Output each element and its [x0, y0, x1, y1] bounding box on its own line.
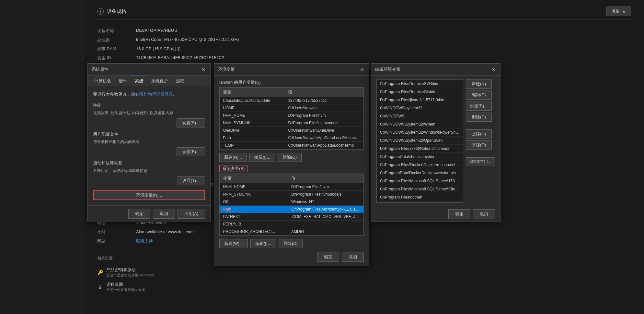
table-row[interactable]: NVM_SYMLINKD:\Program Files\nvm\nodejs — [220, 119, 363, 127]
sys-col-val: 值 — [288, 174, 363, 183]
tab-sys-protection[interactable]: 系统保护 — [147, 76, 172, 86]
env-ok-btn[interactable]: 确定 — [317, 252, 339, 262]
title-row: ℹ 设备规格 — [97, 8, 126, 15]
table-row[interactable]: NVM_HOMED:\Program Files\nvm — [220, 112, 363, 119]
env-vars-btn[interactable]: 环境变量(N)... — [93, 190, 205, 200]
sys-section-title: 系统变量(S) — [219, 165, 247, 172]
sys-props-note: 要进行大多数更改，你必须作为管理员登录。 — [93, 91, 205, 97]
edit-env-titlebar: 编辑环境变量 ✕ — [371, 64, 500, 76]
list-item[interactable]: C:\ProgramData\chocolatey\bin — [377, 153, 463, 161]
table-row[interactable]: PERL5LIB — [220, 221, 364, 228]
user-env-table: 变量 值 ChocolateyLastPathUpdate13249572177… — [220, 88, 363, 149]
list-item[interactable]: C:\WINDOWS\System32\OpenSSH\ — [377, 137, 463, 145]
profile-settings-btn[interactable]: 设置(E)... — [177, 147, 205, 156]
user-new-btn[interactable]: 新建(N)... — [219, 153, 247, 162]
sys-props-body: 要进行大多数更改，你必须作为管理员登录。 性能 视觉效果, 处理器计划, 内存使… — [88, 86, 210, 205]
tab-hardware[interactable]: 硬件 — [115, 76, 131, 86]
edit-edit-text-btn[interactable]: 编辑文本(T)... — [466, 157, 495, 165]
list-item[interactable]: C:\Program Files\Microsoft SQL Server\Cl… — [377, 185, 463, 193]
list-item[interactable]: D:\Windows Kits\10\Windows Performance T… — [377, 201, 463, 203]
sys-delete-btn[interactable]: 删除(D) — [279, 239, 303, 248]
table-row[interactable]: PathC:\Program Files\Microsoft\jdk-11.0.… — [220, 206, 364, 213]
copy-button[interactable]: 复制 ∧ — [606, 6, 631, 16]
list-item[interactable]: C:\ProgramData\DockerDesktop\version-bin — [377, 169, 463, 177]
startup-settings-btn[interactable]: 设置(T)... — [177, 176, 205, 185]
table-row[interactable]: OneDriveC:\Users\lanwah\OneDrive — [220, 127, 363, 134]
edit-delete-btn[interactable]: 删除(D) — [466, 113, 492, 122]
table-row[interactable]: PathC:\Users\lanwah\AppData\Local\Micros… — [220, 134, 363, 142]
edit-env-ok-btn[interactable]: 确定 — [448, 209, 470, 219]
table-row[interactable]: OSWindows_NT — [220, 198, 364, 206]
startup-desc: 系统启动、系统故障和调试信息 — [93, 168, 205, 174]
user-section-title: lanwah 的用户变量(U) — [219, 79, 364, 85]
perf-settings-btn[interactable]: 设置(S)... — [177, 118, 205, 127]
user-env-btn-row: 新建(N)... 编辑(I)... 删除(D) — [219, 153, 364, 162]
subsection-profile: 用户配置文件 与登录帐户相关的桌面设置 设置(E)... — [93, 131, 205, 145]
list-item[interactable]: C:\WINDOWS\System32\Wbem — [377, 120, 463, 128]
sys-props-close-btn[interactable]: ✕ — [200, 66, 206, 73]
edit-new-btn[interactable]: 新建(N) — [466, 79, 492, 89]
setting-item-remote-desktop[interactable]: 🖥 远程桌面 从另一台设备控制此设备 — [97, 280, 631, 294]
list-item[interactable]: C:\WINDOWS\system32 — [377, 104, 463, 112]
setting-item-product-key[interactable]: 🔑 产品密钥和激活 更改产品密钥或升级 Windows — [97, 265, 631, 280]
edit-browse-btn[interactable]: 浏览(B)... — [466, 102, 492, 111]
edit-env-dialog: 编辑环境变量 ✕ C:\Program Files\TortoiseSVN\bi… — [371, 63, 500, 222]
sys-edit-btn[interactable]: 编辑(I)... — [250, 239, 276, 248]
sys-props-dialog: 系统属性 ✕ 计算机名 硬件 高级 系统保护 远程 要进行大多数更改，你必须作为… — [87, 63, 211, 222]
edit-edit-btn[interactable]: 编辑(E) — [466, 91, 492, 100]
main-page: ℹ 设备规格 复制 ∧ 设备名称 DESKTOP-A97RBU J 处理器 In… — [0, 0, 644, 314]
list-item[interactable]: D:\Program Files\jkvm-8.1.5717.0\bin — [377, 96, 463, 104]
device-specs-title: 设备规格 — [107, 8, 126, 15]
env-body: lanwah 的用户变量(U) 变量 值 ChocolateyLastPathU… — [214, 76, 369, 266]
user-col-var: 变量 — [220, 88, 285, 97]
list-item[interactable]: D:\Program Files (x86)\Rational\common — [377, 145, 463, 153]
table-row[interactable]: TEMPC:\Users\lanwah\AppData\Local\Temp — [220, 142, 363, 149]
spec-row-processor: 处理器 Intel(R) Core(TM) i7-8750H CPU @ 2.2… — [97, 35, 631, 44]
sys-props-ok-btn[interactable]: 确定 — [128, 209, 150, 219]
table-row[interactable]: NVM_HOMED:\Program Files\nvm — [220, 183, 364, 191]
sidebar — [0, 0, 84, 314]
tab-computer-name[interactable]: 计算机名 — [90, 76, 115, 86]
list-item[interactable]: C:\Program Files\TortoiseSVN\bin — [377, 80, 463, 88]
user-edit-btn[interactable]: 编辑(I)... — [249, 153, 275, 162]
link-admin[interactable]: 必须作为管理员登录 — [135, 92, 173, 97]
table-row[interactable]: PROCESSOR_ARCHITECT...AMD64 — [220, 228, 364, 235]
user-table-container: 变量 值 ChocolateyLastPathUpdate13249572177… — [219, 87, 364, 150]
edit-env-close-btn[interactable]: ✕ — [490, 66, 496, 73]
tab-remote[interactable]: 远程 — [172, 76, 188, 86]
spec-row-ram: 机带 RAM 16.0 GB (15.9 GB 可用) — [97, 44, 631, 54]
sys-props-apply-btn[interactable]: 应用(A) — [178, 209, 205, 219]
subsection-perf: 性能 视觉效果, 处理器计划, 内存使用, 以及虚拟内存 设置(S)... — [93, 103, 205, 116]
sys-env-table: 变量 值 NVM_HOMED:\Program Files\nvmNVM_SYM… — [220, 174, 363, 235]
edit-move-down-btn[interactable]: 下移(O) — [466, 140, 492, 150]
tab-advanced[interactable]: 高级 — [131, 76, 147, 86]
edit-env-list[interactable]: C:\Program Files\TortoiseSVN\binC:\Progr… — [376, 79, 463, 203]
env-dialog: 环境变量 ✕ lanwah 的用户变量(U) 变量 值 — [214, 63, 369, 266]
table-row[interactable]: HOMEC:\Users\lanwah — [220, 104, 363, 112]
env-cancel-btn[interactable]: 取消 — [342, 252, 364, 262]
list-item[interactable]: C:\WINDOWS — [377, 112, 463, 120]
perf-title: 性能 — [93, 103, 205, 108]
edit-move-up-btn[interactable]: 上移(U) — [466, 129, 492, 139]
startup-title: 启动和故障恢复 — [93, 160, 205, 166]
profile-title: 用户配置文件 — [93, 131, 205, 137]
table-row[interactable]: NVM_SYMLINKD:\Program Files\nvm\nodejs — [220, 191, 364, 198]
user-vars-section: lanwah 的用户变量(U) 变量 值 ChocolateyLastPathU… — [219, 79, 364, 162]
sys-env-btn-row: 新建(W)... 编辑(I)... 删除(D) — [219, 239, 364, 248]
user-delete-btn[interactable]: 删除(D) — [278, 153, 302, 162]
device-specs-header: ℹ 设备规格 复制 ∧ — [97, 6, 631, 20]
sys-new-btn[interactable]: 新建(W)... — [219, 239, 248, 248]
link-online-support[interactable]: 联机支持 — [136, 238, 153, 244]
table-row[interactable]: PATHEXT.COM;.EXE;.BAT;.CMD;.VBS;.VBE;.JS… — [220, 213, 364, 221]
env-close-btn[interactable]: ✕ — [359, 66, 365, 73]
spec-row-device-id: 设备 ID 11CB450A-BABA-44FB-99C2-8E73C2E1F4… — [97, 54, 631, 63]
edit-env-cancel-btn[interactable]: 取消 — [473, 209, 495, 219]
profile-desc: 与登录帐户相关的桌面设置 — [93, 139, 205, 145]
list-item[interactable]: C:\Program Files\Microsoft SQL Server\15… — [377, 177, 463, 185]
list-item[interactable]: C:\Program Files\TortoiseGit\bin — [377, 88, 463, 96]
list-item[interactable]: C:\Program Files\Docker\Docker\resources… — [377, 161, 463, 169]
list-item[interactable]: C:\Program Files\dotnet\ — [377, 193, 463, 201]
list-item[interactable]: C:\WINDOWS\System32\WindowsPowerShell\v1… — [377, 128, 463, 137]
table-row[interactable]: ChocolateyLastPathUpdate1324957217755275… — [220, 97, 363, 104]
sys-props-cancel-btn[interactable]: 取消 — [153, 209, 175, 219]
